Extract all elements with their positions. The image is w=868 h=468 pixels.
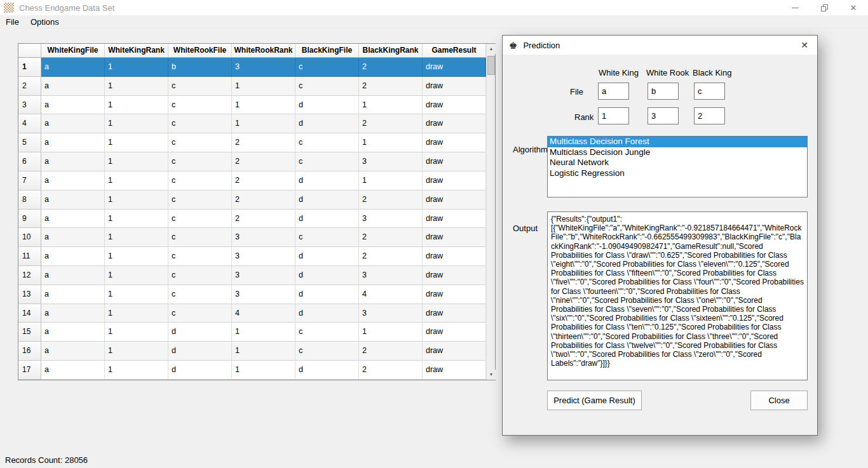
table-cell[interactable]: 3 [232, 247, 295, 266]
table-cell[interactable]: d [295, 247, 359, 266]
table-cell[interactable]: d [295, 210, 359, 229]
predict-button[interactable]: Predict (Game Result) [547, 391, 642, 410]
close-dialog-button[interactable]: Close [750, 391, 808, 410]
table-cell[interactable]: draw [423, 266, 486, 285]
table-cell[interactable]: 2 [359, 77, 423, 96]
table-cell[interactable]: 1 [105, 96, 168, 115]
row-header[interactable]: 2 [18, 77, 41, 96]
table-cell[interactable]: 2 [359, 361, 423, 380]
table-cell[interactable]: c [168, 247, 232, 266]
row-header[interactable]: 12 [18, 266, 41, 285]
table-cell[interactable]: 2 [359, 247, 423, 266]
table-cell[interactable]: c [295, 342, 359, 361]
row-header[interactable]: 16 [18, 342, 41, 361]
table-cell[interactable]: c [168, 266, 232, 285]
black-king-file-input[interactable] [694, 83, 725, 100]
table-cell[interactable]: 2 [359, 58, 423, 77]
dialog-close-button[interactable]: ✕ [792, 36, 817, 55]
menu-options[interactable]: Options [25, 15, 65, 29]
table-cell[interactable]: 1 [105, 114, 168, 133]
table-cell[interactable]: 2 [232, 133, 295, 152]
table-cell[interactable]: draw [423, 171, 486, 191]
table-cell[interactable]: a [41, 77, 105, 96]
table-cell[interactable]: draw [423, 96, 486, 115]
table-cell[interactable]: 3 [359, 266, 423, 285]
table-cell[interactable]: 1 [359, 96, 423, 115]
table-cell[interactable]: 1 [105, 304, 168, 323]
table-cell[interactable]: b [168, 58, 232, 77]
table-cell[interactable]: 1 [105, 247, 168, 266]
table-cell[interactable]: draw [423, 77, 486, 96]
row-header[interactable]: 17 [18, 361, 41, 380]
table-cell[interactable]: c [295, 77, 359, 96]
column-header[interactable]: WhiteRookFile [168, 44, 232, 58]
table-cell[interactable]: c [168, 285, 232, 304]
row-header[interactable]: 3 [18, 96, 41, 115]
row-header[interactable]: 8 [18, 191, 41, 210]
table-cell[interactable]: 1 [105, 266, 168, 285]
table-cell[interactable]: c [295, 323, 359, 342]
table-cell[interactable]: c [168, 152, 232, 171]
table-cell[interactable]: 2 [232, 152, 295, 171]
table-cell[interactable]: d [295, 114, 359, 133]
table-cell[interactable]: draw [423, 285, 486, 304]
table-cell[interactable]: 2 [359, 191, 423, 210]
table-cell[interactable]: c [295, 58, 359, 77]
scroll-down-icon[interactable]: ▼ [487, 370, 496, 380]
table-cell[interactable]: draw [423, 247, 486, 266]
table-cell[interactable]: 1 [105, 171, 168, 191]
algorithm-item[interactable]: Multiclass Decision Forest [548, 137, 807, 147]
table-cell[interactable]: d [168, 361, 232, 380]
row-header[interactable]: 15 [18, 323, 41, 342]
table-cell[interactable]: a [41, 96, 105, 115]
table-cell[interactable]: draw [423, 228, 486, 247]
table-cell[interactable]: 3 [232, 228, 295, 247]
table-cell[interactable]: 1 [105, 285, 168, 304]
table-cell[interactable]: a [41, 247, 105, 266]
table-cell[interactable]: 1 [105, 58, 168, 77]
table-cell[interactable]: 3 [359, 210, 423, 229]
table-cell[interactable]: 4 [232, 304, 295, 323]
table-cell[interactable]: 1 [105, 191, 168, 210]
column-header[interactable]: BlackKingFile [295, 44, 359, 58]
table-cell[interactable]: c [295, 228, 359, 247]
white-king-file-input[interactable] [598, 83, 629, 100]
table-cell[interactable]: 3 [232, 285, 295, 304]
table-cell[interactable]: c [168, 191, 232, 210]
table-cell[interactable]: c [168, 77, 232, 96]
table-cell[interactable]: draw [423, 361, 486, 380]
table-cell[interactable]: draw [423, 114, 486, 133]
table-cell[interactable]: 1 [232, 361, 295, 380]
table-cell[interactable]: draw [423, 342, 486, 361]
table-cell[interactable]: d [295, 304, 359, 323]
table-cell[interactable]: 2 [359, 114, 423, 133]
table-cell[interactable]: a [41, 152, 105, 171]
table-cell[interactable]: a [41, 114, 105, 133]
table-cell[interactable]: 1 [359, 133, 423, 152]
table-cell[interactable]: d [295, 191, 359, 210]
table-cell[interactable]: c [168, 171, 232, 191]
table-cell[interactable]: a [41, 361, 105, 380]
column-header[interactable]: WhiteRookRank [232, 44, 295, 58]
table-cell[interactable]: 1 [105, 228, 168, 247]
scroll-up-icon[interactable]: ▲ [487, 44, 496, 54]
table-cell[interactable]: d [168, 323, 232, 342]
table-cell[interactable]: 3 [359, 304, 423, 323]
table-cell[interactable]: a [41, 323, 105, 342]
row-header[interactable]: 5 [18, 133, 41, 152]
table-cell[interactable]: a [41, 285, 105, 304]
row-header[interactable]: 11 [18, 247, 41, 266]
row-header[interactable]: 4 [18, 114, 41, 133]
table-cell[interactable]: 1 [105, 323, 168, 342]
row-header[interactable]: 13 [18, 285, 41, 304]
table-cell[interactable]: d [295, 266, 359, 285]
table-cell[interactable]: 2 [232, 171, 295, 191]
table-cell[interactable]: c [295, 152, 359, 171]
table-cell[interactable]: 1 [105, 77, 168, 96]
table-cell[interactable]: 1 [105, 133, 168, 152]
minimize-button[interactable] [780, 0, 810, 15]
table-cell[interactable]: d [295, 96, 359, 115]
table-cell[interactable]: draw [423, 304, 486, 323]
white-rook-rank-input[interactable] [648, 107, 679, 124]
row-header[interactable]: 1 [18, 58, 41, 77]
